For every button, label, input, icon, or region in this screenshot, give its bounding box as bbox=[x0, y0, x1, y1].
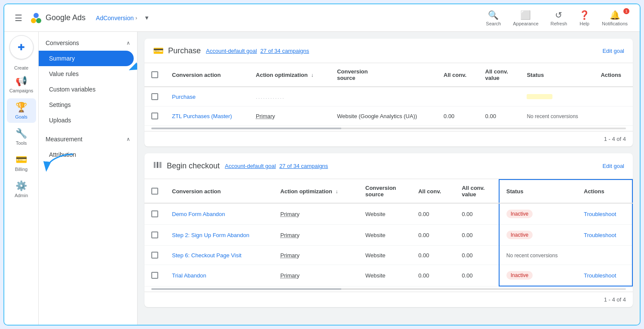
bc-select-all-checkbox[interactable] bbox=[151, 188, 158, 195]
create-button[interactable]: ✚ bbox=[9, 35, 34, 59]
purchase-th-checkbox bbox=[144, 63, 165, 87]
svg-rect-8 bbox=[159, 162, 159, 168]
purchase-row1-checkbox[interactable] bbox=[151, 93, 158, 100]
purchase-select-all-checkbox[interactable] bbox=[151, 71, 158, 78]
top-bar: ☰ Google Ads AdConversion › ▼ 🔍 bbox=[4, 4, 640, 32]
hamburger-icon[interactable]: ☰ bbox=[11, 9, 26, 27]
begin-checkout-campaigns[interactable]: 27 of 34 campaigns bbox=[279, 163, 328, 169]
bc-row2-conv-value: 0.00 bbox=[455, 225, 499, 246]
bc-row3-actions bbox=[577, 246, 632, 265]
sidebar-item-goals[interactable]: 🏆 Goals bbox=[7, 98, 36, 123]
search-button[interactable]: 🔍 Search bbox=[481, 6, 506, 30]
nav-measurement-chevron: ∧ bbox=[126, 136, 130, 142]
help-button[interactable]: ❓ Help bbox=[574, 6, 595, 30]
nav-item-settings[interactable]: Settings bbox=[39, 97, 134, 113]
app-container: ☰ Google Ads AdConversion › ▼ 🔍 bbox=[3, 3, 641, 326]
sidebar-item-campaigns[interactable]: 📢 Campaigns bbox=[7, 72, 36, 97]
sidebar-item-admin[interactable]: ⚙️ Admin bbox=[7, 177, 36, 201]
nav-item-custom-variables[interactable]: Custom variables bbox=[39, 82, 134, 97]
purchase-subtitle[interactable]: Account-default goal bbox=[206, 48, 257, 54]
google-ads-logo: Google Ads bbox=[29, 11, 86, 25]
begin-checkout-subtitle[interactable]: Account-default goal bbox=[225, 163, 276, 169]
nav-item-summary[interactable]: Summary bbox=[39, 51, 134, 66]
billing-icon: 💳 bbox=[15, 154, 27, 165]
sidebar-item-billing[interactable]: 💳 Billing bbox=[7, 151, 36, 175]
purchase-scrollbar[interactable] bbox=[151, 128, 626, 129]
bc-th-action-optimization: Action optimization ↓ bbox=[273, 180, 359, 203]
notifications-button[interactable]: 🔔 1 Notifications bbox=[597, 6, 633, 30]
bc-row1-checkbox[interactable] bbox=[151, 210, 158, 217]
bc-row2-action[interactable]: Step 2: Sign Up Form Abandon bbox=[172, 232, 249, 238]
bc-row3-optimization: Primary bbox=[280, 252, 300, 259]
bc-th-all-conv-value: All conv.value bbox=[455, 180, 499, 203]
purchase-section: 💳 Purchase Account-default goal 27 of 34… bbox=[144, 39, 633, 146]
breadcrumb-arrow: › bbox=[135, 15, 137, 21]
bc-row2-checkbox[interactable] bbox=[151, 232, 158, 238]
purchase-edit-goal[interactable]: Edit goal bbox=[602, 48, 624, 54]
begin-checkout-section: Begin checkout Account-default goal 27 o… bbox=[144, 153, 633, 307]
nav-item-value-rules[interactable]: Value rules bbox=[39, 66, 134, 82]
purchase-row2-conv-value: 0.00 bbox=[478, 107, 520, 126]
content-area: 💳 Purchase Account-default goal 27 of 34… bbox=[138, 32, 640, 325]
bc-row4-actions: Troubleshoot bbox=[577, 265, 632, 286]
admin-label: Admin bbox=[15, 193, 28, 198]
refresh-icon: ↺ bbox=[555, 10, 562, 20]
purchase-row2-checkbox[interactable] bbox=[151, 113, 158, 119]
appearance-button[interactable]: ⬜ Appearance bbox=[508, 6, 543, 30]
app-title: Google Ads bbox=[46, 13, 86, 22]
purchase-campaigns[interactable]: 27 of 34 campaigns bbox=[261, 48, 309, 54]
table-row: Demo Form Abandon Primary Website 0.00 0… bbox=[144, 203, 632, 225]
main-layout: ✚ Create 📢 Campaigns 🏆 Goals 🔧 Tools 💳 B… bbox=[4, 32, 640, 325]
nav-item-uploads[interactable]: Uploads bbox=[39, 113, 134, 128]
nav-measurement-header[interactable]: Measurement ∧ bbox=[39, 131, 137, 147]
bc-scrollbar[interactable] bbox=[151, 288, 626, 290]
top-bar-left: ☰ Google Ads AdConversion › ▼ bbox=[11, 9, 481, 27]
notifications-label: Notifications bbox=[602, 21, 628, 26]
purchase-row2-status-text: No recent conversions bbox=[527, 113, 578, 119]
bc-row3-checkbox[interactable] bbox=[151, 252, 158, 259]
appearance-label: Appearance bbox=[513, 21, 538, 26]
purchase-th-action-optimization: Action optimization ↓ bbox=[249, 63, 330, 87]
goals-label: Goals bbox=[15, 114, 28, 119]
purchase-row1-action[interactable]: Purchase bbox=[172, 94, 196, 100]
purchase-section-header: 💳 Purchase Account-default goal 27 of 34… bbox=[144, 39, 633, 63]
bc-row4-troubleshoot[interactable]: Troubleshoot bbox=[584, 272, 616, 279]
billing-label: Billing bbox=[15, 167, 28, 172]
bc-row4-checkbox[interactable] bbox=[151, 272, 158, 279]
bc-row1-status-badge: Inactive bbox=[506, 210, 533, 218]
sidebar-item-tools[interactable]: 🔧 Tools bbox=[7, 125, 36, 149]
nav-conversions-header[interactable]: Conversions ∧ bbox=[39, 35, 137, 51]
table-row: Trial Abandon Primary Website 0.00 0.00 … bbox=[144, 265, 632, 286]
purchase-th-all-conv: All conv. bbox=[437, 63, 478, 87]
bc-pagination: 1 - 4 of 4 bbox=[144, 292, 633, 307]
purchase-row2-action[interactable]: ZTL Purchases (Master) bbox=[172, 113, 232, 119]
bc-row2-status: Inactive bbox=[499, 225, 577, 246]
bc-row3-action[interactable]: Step 6: Checkout Page Visit bbox=[172, 252, 242, 259]
bc-row4-conv: 0.00 bbox=[411, 265, 455, 286]
bc-row1-troubleshoot[interactable]: Troubleshoot bbox=[584, 211, 616, 217]
bc-row2-troubleshoot[interactable]: Troubleshoot bbox=[584, 232, 616, 238]
svg-point-2 bbox=[34, 13, 39, 18]
purchase-icon: 💳 bbox=[153, 46, 164, 56]
bc-row1-action[interactable]: Demo Form Abandon bbox=[172, 211, 225, 217]
svg-point-1 bbox=[36, 18, 41, 23]
notifications-icon: 🔔 bbox=[610, 10, 620, 20]
refresh-button[interactable]: ↺ Refresh bbox=[546, 6, 573, 30]
purchase-row1-conv-value bbox=[478, 87, 520, 107]
purchase-row2-actions bbox=[594, 107, 633, 126]
account-dropdown[interactable]: ▼ bbox=[144, 15, 150, 21]
bc-row4-source: Website bbox=[359, 265, 411, 286]
bc-th-conversion-action: Conversion action bbox=[165, 180, 273, 203]
begin-checkout-edit-goal[interactable]: Edit goal bbox=[602, 163, 624, 169]
purchase-row1-status bbox=[520, 87, 594, 107]
appearance-icon: ⬜ bbox=[520, 10, 531, 20]
sidebar: ✚ Create 📢 Campaigns 🏆 Goals 🔧 Tools 💳 B… bbox=[4, 32, 39, 325]
bc-row3-source: Website bbox=[359, 246, 411, 265]
bc-action-optimization-sort-icon[interactable]: ↓ bbox=[335, 189, 338, 195]
nav-item-attribution[interactable]: Attribution bbox=[39, 147, 134, 162]
bc-row4-action[interactable]: Trial Abandon bbox=[172, 272, 206, 279]
breadcrumb-link[interactable]: AdConversion bbox=[96, 15, 134, 21]
action-optimization-sort-icon[interactable]: ↓ bbox=[311, 72, 313, 78]
bc-row3-status-text: No recent conversions bbox=[506, 253, 558, 259]
purchase-th-actions: Actions bbox=[594, 63, 633, 87]
